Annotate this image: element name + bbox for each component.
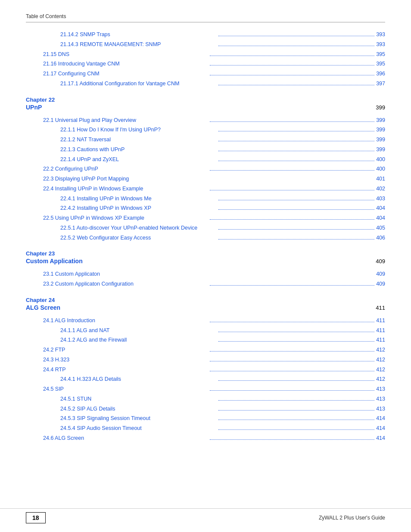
toc-page: 396	[376, 70, 385, 78]
toc-entry: 22.5.1 Auto-discover Your UPnP-enabled N…	[26, 224, 385, 232]
chapter-page: 411	[376, 305, 385, 311]
toc-dots	[210, 190, 375, 190]
toc-link[interactable]: 24.5.3 SIP Signaling Session Timeout	[60, 415, 150, 421]
toc-link[interactable]: 22.4.2 Installing UPnP in Windows XP	[60, 205, 151, 211]
toc-dots	[218, 46, 375, 46]
toc-link[interactable]: 21.14.2 SNMP Traps	[60, 31, 110, 37]
toc-link[interactable]: 22.5.1 Auto-discover Your UPnP-enabled N…	[60, 225, 197, 231]
toc-dots	[218, 239, 375, 240]
toc-dots	[210, 219, 375, 220]
toc-link[interactable]: 24.3 H.323	[43, 357, 69, 363]
toc-dots	[218, 341, 375, 342]
toc-link[interactable]: 21.14.3 REMOTE MANAGEMENT: SNMP	[60, 41, 161, 47]
toc-dots	[210, 361, 375, 361]
toc-dots	[210, 390, 375, 391]
toc-link[interactable]: 23.2 Custom Applicaton Configuration	[43, 281, 134, 287]
toc-page: 409	[376, 280, 385, 288]
toc-page: 395	[376, 50, 385, 59]
toc-entry: 24.5 SIP413	[26, 385, 385, 393]
toc-link[interactable]: 22.4 Installing UPnP in Windows Example	[43, 186, 143, 192]
chapter-page: 399	[376, 104, 385, 111]
toc-link[interactable]: 21.17 Configuring CNM	[43, 71, 100, 77]
toc-link[interactable]: 24.1 ALG Introduction	[43, 317, 95, 324]
toc-entry: 22.4.1 Installing UPnP in Windows Me403	[26, 194, 385, 203]
toc-dots	[218, 209, 375, 210]
toc-link[interactable]: 24.5 SIP	[43, 386, 64, 392]
toc-link[interactable]: 24.4 RTP	[43, 367, 66, 373]
toc-entry: 22.4 Installing UPnP in Windows Example4…	[26, 184, 385, 193]
toc-entry: 21.16 Introducing Vantage CNM395	[26, 59, 385, 68]
toc-page: 403	[376, 195, 385, 203]
toc-entry: 24.2 FTP412	[26, 345, 385, 354]
toc-link[interactable]: 24.1.1 ALG and NAT	[60, 327, 109, 333]
toc-link[interactable]: 22.3 Displaying UPnP Port Mapping	[43, 176, 129, 182]
header-bar: Table of Contents	[26, 13, 385, 22]
chapter-title-text[interactable]: Custom Application	[26, 258, 83, 264]
toc-page: 411	[376, 317, 385, 325]
toc-dots	[218, 332, 375, 332]
toc-entry: 23.2 Custom Applicaton Configuration409	[26, 280, 385, 288]
toc-link[interactable]: 23.1 Custom Applicaton	[43, 271, 100, 277]
toc-page: 414	[376, 424, 385, 432]
toc-dots	[218, 161, 375, 161]
toc-page: 401	[376, 175, 385, 183]
chapter-title-text[interactable]: UPnP	[26, 104, 42, 111]
chapter-page: 409	[376, 258, 385, 264]
toc-link[interactable]: 24.5.2 SIP ALG Details	[60, 406, 115, 412]
toc-dots	[218, 85, 375, 85]
toc-entry: 22.1.1 How Do I Know If I'm Using UPnP?3…	[26, 125, 385, 134]
toc-link[interactable]: 24.4.1 H.323 ALG Details	[60, 376, 121, 382]
toc-link[interactable]: 22.1 Universal Plug and Play Overview	[43, 117, 136, 123]
toc-page: 399	[376, 146, 385, 154]
toc-dots	[210, 322, 375, 322]
toc-link[interactable]: 24.5.4 SIP Audio Session Timeout	[60, 425, 142, 431]
toc-page: 411	[376, 336, 385, 344]
toc-link[interactable]: 21.15 DNS	[43, 51, 69, 57]
toc-page: 397	[376, 80, 385, 88]
chapter-label: Chapter 23	[26, 250, 385, 257]
toc-page: 409	[376, 270, 385, 278]
toc-link[interactable]: 22.4.1 Installing UPnP in Windows Me	[60, 196, 152, 202]
toc-link[interactable]: 24.5.1 STUN	[60, 396, 91, 402]
toc-entry: 21.14.3 REMOTE MANAGEMENT: SNMP393	[26, 40, 385, 49]
toc-dots	[218, 151, 375, 151]
toc-link[interactable]: 22.1.3 Cautions with UPnP	[60, 146, 125, 152]
toc-link[interactable]: 21.16 Introducing Vantage CNM	[43, 61, 120, 67]
toc-dots	[210, 170, 375, 171]
toc-link[interactable]: 21.17.1 Additional Configuration for Van…	[60, 81, 179, 87]
toc-link[interactable]: 24.6 ALG Screen	[43, 435, 84, 441]
toc-link[interactable]: 22.1.2 NAT Traversal	[60, 137, 111, 143]
toc-dots	[210, 121, 375, 122]
toc-entry: 24.5.3 SIP Signaling Session Timeout414	[26, 414, 385, 423]
toc-dots	[218, 36, 375, 36]
toc-link[interactable]: 22.5 Using UPnP in Windows XP Example	[43, 215, 144, 221]
toc-dots	[210, 351, 375, 352]
toc-page: 413	[376, 395, 385, 403]
toc-page: 406	[376, 234, 385, 242]
header-label: Table of Contents	[26, 13, 66, 19]
toc-entry: 24.6 ALG Screen414	[26, 434, 385, 442]
toc-entry: 22.1 Universal Plug and Play Overview399	[26, 116, 385, 124]
page-container: Table of Contents 21.14.2 SNMP Traps3932…	[0, 0, 411, 532]
toc-link[interactable]: 22.1.4 UPnP and ZyXEL	[60, 156, 119, 162]
toc-link[interactable]: 24.2 FTP	[43, 347, 65, 353]
toc-entry: 22.5.2 Web Configurator Easy Access406	[26, 233, 385, 242]
toc-link[interactable]: 22.1.1 How Do I Know If I'm Using UPnP?	[60, 127, 161, 133]
toc-entry: 23.1 Custom Applicaton409	[26, 270, 385, 278]
toc-page: 412	[376, 375, 385, 383]
toc-entry: 21.14.2 SNMP Traps393	[26, 30, 385, 39]
toc-entry: 24.4 RTP412	[26, 365, 385, 374]
toc-body: 21.14.2 SNMP Traps39321.14.3 REMOTE MANA…	[26, 30, 385, 442]
toc-dots	[218, 229, 375, 230]
toc-entry: 22.3 Displaying UPnP Port Mapping401	[26, 174, 385, 183]
toc-link[interactable]: 22.5.2 Web Configurator Easy Access	[60, 235, 151, 241]
toc-dots	[218, 131, 375, 131]
chapter-label: Chapter 24	[26, 297, 385, 303]
footer: 18 ZyWALL 2 Plus User's Guide	[0, 508, 411, 523]
toc-page: 404	[376, 214, 385, 222]
chapter-title-line: ALG Screen411	[26, 304, 385, 311]
toc-dots	[218, 420, 375, 420]
chapter-title-text[interactable]: ALG Screen	[26, 304, 60, 311]
toc-link[interactable]: 24.1.2 ALG and the Firewall	[60, 337, 127, 343]
toc-link[interactable]: 22.2 Configuring UPnP	[43, 166, 98, 172]
